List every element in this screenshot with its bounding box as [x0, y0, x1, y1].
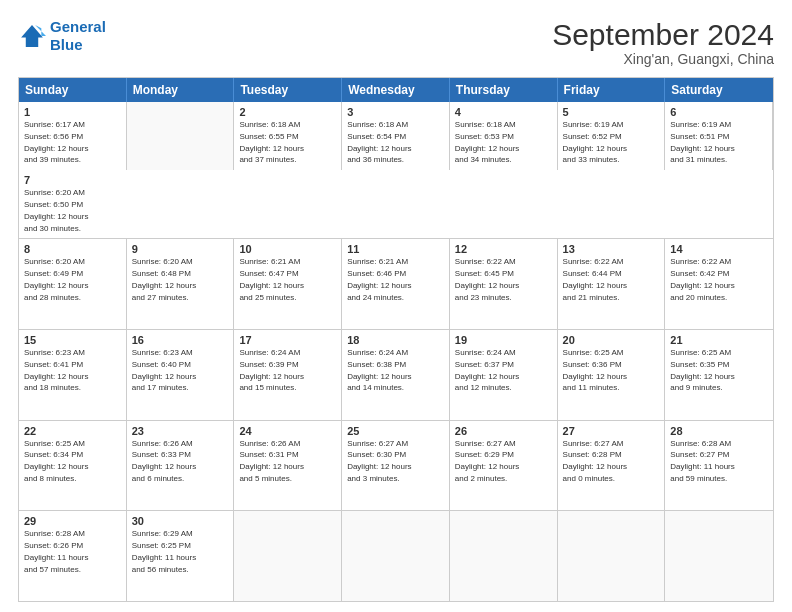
- calendar-cell: 23Sunrise: 6:26 AM Sunset: 6:33 PM Dayli…: [127, 421, 235, 511]
- calendar-header: SundayMondayTuesdayWednesdayThursdayFrid…: [19, 78, 773, 102]
- col-header-thursday: Thursday: [450, 78, 558, 102]
- calendar-cell: 12Sunrise: 6:22 AM Sunset: 6:45 PM Dayli…: [450, 239, 558, 329]
- col-header-sunday: Sunday: [19, 78, 127, 102]
- title-block: September 2024 Xing'an, Guangxi, China: [552, 18, 774, 67]
- logo: General Blue: [18, 18, 106, 54]
- col-header-monday: Monday: [127, 78, 235, 102]
- col-header-wednesday: Wednesday: [342, 78, 450, 102]
- calendar-cell: 3Sunrise: 6:18 AM Sunset: 6:54 PM Daylig…: [342, 102, 450, 170]
- calendar-row: 1Sunrise: 6:17 AM Sunset: 6:56 PM Daylig…: [19, 102, 773, 238]
- calendar-cell: 30Sunrise: 6:29 AM Sunset: 6:25 PM Dayli…: [127, 511, 235, 601]
- calendar-cell: 17Sunrise: 6:24 AM Sunset: 6:39 PM Dayli…: [234, 330, 342, 420]
- calendar-cell: [234, 511, 342, 601]
- calendar-row: 29Sunrise: 6:28 AM Sunset: 6:26 PM Dayli…: [19, 510, 773, 601]
- calendar-row: 8Sunrise: 6:20 AM Sunset: 6:49 PM Daylig…: [19, 238, 773, 329]
- col-header-tuesday: Tuesday: [234, 78, 342, 102]
- calendar-cell: 15Sunrise: 6:23 AM Sunset: 6:41 PM Dayli…: [19, 330, 127, 420]
- calendar-cell: [665, 511, 773, 601]
- calendar-cell: 13Sunrise: 6:22 AM Sunset: 6:44 PM Dayli…: [558, 239, 666, 329]
- calendar-cell: 19Sunrise: 6:24 AM Sunset: 6:37 PM Dayli…: [450, 330, 558, 420]
- calendar-row: 22Sunrise: 6:25 AM Sunset: 6:34 PM Dayli…: [19, 420, 773, 511]
- calendar-cell: 4Sunrise: 6:18 AM Sunset: 6:53 PM Daylig…: [450, 102, 558, 170]
- calendar-cell: 21Sunrise: 6:25 AM Sunset: 6:35 PM Dayli…: [665, 330, 773, 420]
- calendar-cell: 7Sunrise: 6:20 AM Sunset: 6:50 PM Daylig…: [19, 170, 127, 238]
- main-title: September 2024: [552, 18, 774, 51]
- col-header-friday: Friday: [558, 78, 666, 102]
- logo-icon: [18, 22, 46, 50]
- calendar-row: 15Sunrise: 6:23 AM Sunset: 6:41 PM Dayli…: [19, 329, 773, 420]
- calendar-cell: 26Sunrise: 6:27 AM Sunset: 6:29 PM Dayli…: [450, 421, 558, 511]
- calendar-cell: 24Sunrise: 6:26 AM Sunset: 6:31 PM Dayli…: [234, 421, 342, 511]
- page: General Blue September 2024 Xing'an, Gua…: [0, 0, 792, 612]
- subtitle: Xing'an, Guangxi, China: [552, 51, 774, 67]
- calendar-cell: 6Sunrise: 6:19 AM Sunset: 6:51 PM Daylig…: [665, 102, 773, 170]
- calendar-cell: 9Sunrise: 6:20 AM Sunset: 6:48 PM Daylig…: [127, 239, 235, 329]
- calendar-cell: 25Sunrise: 6:27 AM Sunset: 6:30 PM Dayli…: [342, 421, 450, 511]
- calendar-body: 1Sunrise: 6:17 AM Sunset: 6:56 PM Daylig…: [19, 102, 773, 601]
- calendar-cell: 11Sunrise: 6:21 AM Sunset: 6:46 PM Dayli…: [342, 239, 450, 329]
- calendar-cell: 28Sunrise: 6:28 AM Sunset: 6:27 PM Dayli…: [665, 421, 773, 511]
- calendar-cell: [127, 102, 235, 170]
- calendar-cell: 14Sunrise: 6:22 AM Sunset: 6:42 PM Dayli…: [665, 239, 773, 329]
- calendar-cell: 20Sunrise: 6:25 AM Sunset: 6:36 PM Dayli…: [558, 330, 666, 420]
- calendar-cell: 8Sunrise: 6:20 AM Sunset: 6:49 PM Daylig…: [19, 239, 127, 329]
- calendar: SundayMondayTuesdayWednesdayThursdayFrid…: [18, 77, 774, 602]
- calendar-cell: 1Sunrise: 6:17 AM Sunset: 6:56 PM Daylig…: [19, 102, 127, 170]
- calendar-cell: 22Sunrise: 6:25 AM Sunset: 6:34 PM Dayli…: [19, 421, 127, 511]
- calendar-cell: 16Sunrise: 6:23 AM Sunset: 6:40 PM Dayli…: [127, 330, 235, 420]
- calendar-cell: [450, 511, 558, 601]
- calendar-cell: [342, 511, 450, 601]
- header: General Blue September 2024 Xing'an, Gua…: [18, 18, 774, 67]
- logo-text: General Blue: [50, 18, 106, 54]
- calendar-cell: 27Sunrise: 6:27 AM Sunset: 6:28 PM Dayli…: [558, 421, 666, 511]
- calendar-cell: 18Sunrise: 6:24 AM Sunset: 6:38 PM Dayli…: [342, 330, 450, 420]
- calendar-cell: 5Sunrise: 6:19 AM Sunset: 6:52 PM Daylig…: [558, 102, 666, 170]
- calendar-cell: 2Sunrise: 6:18 AM Sunset: 6:55 PM Daylig…: [234, 102, 342, 170]
- col-header-saturday: Saturday: [665, 78, 773, 102]
- calendar-cell: 10Sunrise: 6:21 AM Sunset: 6:47 PM Dayli…: [234, 239, 342, 329]
- calendar-cell: [558, 511, 666, 601]
- calendar-cell: 29Sunrise: 6:28 AM Sunset: 6:26 PM Dayli…: [19, 511, 127, 601]
